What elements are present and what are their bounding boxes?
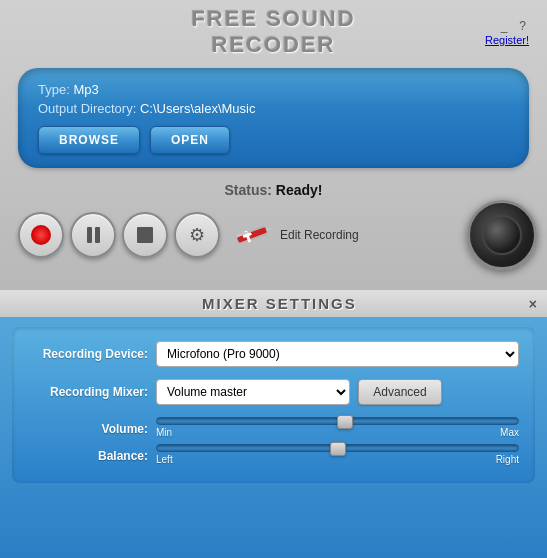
- balance-slider-container: Left Right: [156, 444, 519, 467]
- mixer-section: MIXER SETTINGS × Recording Device: Micro…: [0, 290, 547, 558]
- recording-mixer-label: Recording Mixer:: [28, 385, 148, 399]
- balance-slider-track[interactable]: [156, 444, 519, 452]
- speaker-inner: [482, 215, 522, 255]
- help-button[interactable]: ?: [516, 18, 529, 34]
- volume-slider-thumb[interactable]: [337, 415, 353, 429]
- controls-row: ⚙ Edit Recording: [0, 204, 547, 266]
- info-panel: Type: Mp3 Output Directory: C:\Users\ale…: [18, 68, 529, 168]
- minimize-button[interactable]: _: [498, 18, 511, 34]
- mixer-panel: Recording Device: Microfono (Pro 9000) R…: [12, 327, 535, 483]
- volume-min-label: Min: [156, 427, 172, 438]
- speaker-icon: [467, 200, 537, 270]
- window-controls: _ ?: [498, 18, 529, 34]
- record-icon: [31, 225, 51, 245]
- recording-device-label: Recording Device:: [28, 347, 148, 361]
- mixer-title-bar: MIXER SETTINGS ×: [0, 290, 547, 317]
- stop-icon: [137, 227, 153, 243]
- balance-section: Balance: Left Right: [28, 444, 519, 467]
- edit-recording-area: Edit Recording: [232, 215, 359, 255]
- title-bar: FREE SOUND RECODER _ ? Register!: [0, 0, 547, 60]
- volume-max-label: Max: [500, 427, 519, 438]
- open-button[interactable]: OPEN: [150, 126, 230, 154]
- record-button[interactable]: [18, 212, 64, 258]
- edit-recording-label[interactable]: Edit Recording: [280, 228, 359, 242]
- register-link[interactable]: Register!: [485, 34, 529, 46]
- balance-slider-thumb[interactable]: [330, 442, 346, 456]
- recording-device-row: Recording Device: Microfono (Pro 9000): [28, 341, 519, 367]
- mixer-title: MIXER SETTINGS: [30, 295, 529, 312]
- volume-row: Volume: Min Max: [28, 417, 519, 440]
- mixer-close-button[interactable]: ×: [529, 296, 537, 312]
- browse-button[interactable]: BROWSE: [38, 126, 140, 154]
- swiss-knife-icon: [232, 215, 272, 255]
- recording-mixer-select[interactable]: Volume master: [156, 379, 350, 405]
- balance-label: Balance:: [28, 449, 148, 463]
- type-row: Type: Mp3: [38, 82, 509, 97]
- pause-icon: [87, 227, 100, 243]
- volume-section: Volume: Min Max: [28, 417, 519, 440]
- recording-mixer-row: Recording Mixer: Volume master Advanced: [28, 379, 519, 405]
- file-btn-row: BROWSE OPEN: [38, 126, 509, 154]
- status-bar: Status: Ready!: [0, 176, 547, 204]
- advanced-button[interactable]: Advanced: [358, 379, 441, 405]
- volume-slider-container: Min Max: [156, 417, 519, 440]
- balance-min-label: Left: [156, 454, 173, 465]
- balance-max-label: Right: [496, 454, 519, 465]
- settings-button[interactable]: ⚙: [174, 212, 220, 258]
- output-row: Output Directory: C:\Users\alex\Music: [38, 101, 509, 116]
- volume-slider-track[interactable]: [156, 417, 519, 425]
- app-title: FREE SOUND RECODER: [186, 6, 362, 58]
- svg-marker-2: [266, 224, 278, 230]
- volume-label: Volume:: [28, 422, 148, 436]
- pause-button[interactable]: [70, 212, 116, 258]
- recording-device-select[interactable]: Microfono (Pro 9000): [156, 341, 519, 367]
- balance-row: Balance: Left Right: [28, 444, 519, 467]
- gear-icon: ⚙: [189, 224, 205, 246]
- stop-button[interactable]: [122, 212, 168, 258]
- top-section: FREE SOUND RECODER _ ? Register! Type: M…: [0, 0, 547, 290]
